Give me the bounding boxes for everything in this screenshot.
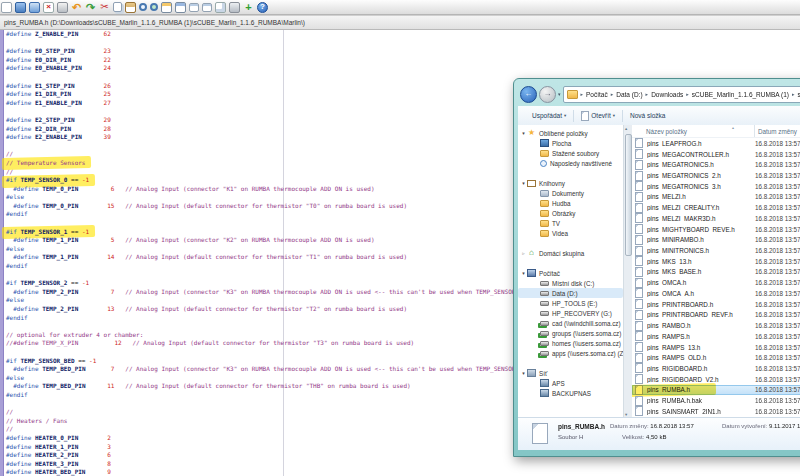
sidebar-item-plocha[interactable]: Plocha [518,138,623,148]
sidebar-item-groups-users-soma-cz-[interactable]: groups (\\users.soma.cz) [518,328,623,338]
save-file-icon[interactable] [29,2,40,13]
find-icon[interactable] [139,3,147,11]
paste-icon[interactable] [125,2,136,13]
file-row[interactable]: pins_MEGATRONICS_2.h16.8.2018 13:57 [632,170,800,181]
cascade-windows-icon[interactable] [189,3,199,12]
sidebar-item-hp-tools-e-[interactable]: HP_TOOLS (E:) [518,298,623,308]
sidebar-item-cad-windchill-soma-cz-[interactable]: cad (\\windchill.soma.cz) [518,318,623,328]
explorer-window[interactable]: ← → ▾ ▸Počítač▸Data (D:)▸Downloads▸sCUBE… [513,78,800,457]
new-folder-button[interactable]: Nová složka [623,106,672,125]
sidebar-item-naposledy-nav-t-ven-[interactable]: Naposledy navštívené [518,158,623,168]
file-row[interactable]: pins_LEAPFROG.h16.8.2018 13:57 [632,138,800,149]
file-row[interactable]: pins_MEGATRONICS.h16.8.2018 13:57 [632,159,800,170]
add-plugin-icon[interactable]: + [243,2,254,13]
expander-icon[interactable]: ▾ [520,130,527,136]
nav-scrollbar[interactable]: ▴ ▾ [623,125,632,418]
file-row[interactable]: pins_MEGACONTROLLER.h16.8.2018 13:57 [632,149,800,160]
file-row[interactable]: pins_MINIRAMBO.h16.8.2018 13:57 [632,234,800,245]
expander-icon[interactable]: ▹ [520,250,527,256]
scroll-up-icon[interactable]: ▴ [625,126,627,131]
file-row[interactable]: pins_MKS_13.h16.8.2018 13:57 [632,256,800,267]
file-row[interactable]: pins_RAMBO.h16.8.2018 13:57 [632,320,800,331]
new-window-icon[interactable] [161,2,172,13]
file-row[interactable]: pins_MELZI_MAKR3D.h16.8.2018 13:57 [632,213,800,224]
file-row[interactable]: pins_RUMBA.h.bak16.8.2018 13:57 [632,395,800,406]
address-field[interactable]: ▸Počítač▸Data (D:)▸Downloads▸sCUBE_Marli… [563,86,800,103]
column-header-date[interactable]: Datum změny [754,125,800,137]
help-icon[interactable]: ? [257,2,268,13]
sidebar-item-po-ta-[interactable]: ▾Počítač [518,268,623,278]
sidebar-item-sta-en-soubory[interactable]: Stažené soubory [518,148,623,158]
editor-tab[interactable]: pins_RUMBA.h (D:\Downloads\sCUBE_Marlin_… [4,19,305,26]
open-file-icon[interactable] [15,2,26,13]
breadcrumb-item[interactable]: Počítač [584,91,610,98]
sidebar-item-label: Naposledy navštívené [550,160,612,167]
sidebar-item-tv[interactable]: TV [518,218,623,228]
sidebar-item-obl-ben-polo-ky[interactable]: ▾Oblíbené položky [518,128,623,138]
file-row[interactable]: pins_RAMPS_13.h16.8.2018 13:57 [632,342,800,353]
file-row[interactable]: pins_MELZI.h16.8.2018 13:57 [632,192,800,203]
forward-button[interactable]: → [539,86,556,103]
sidebar-item-dom-c-skupina[interactable]: ▹Domácí skupina [518,248,623,258]
sidebar-item-hp-recovery-g-[interactable]: HP_RECOVERY (G:) [518,308,623,318]
file-name: pins_RIGIDBOARD_V2.h [647,376,755,383]
close-file-icon[interactable]: × [43,2,54,13]
sidebar-item-videa[interactable]: Videa [518,228,623,238]
navigation-pane[interactable]: ▾Oblíbené položkyPlochaStažené souboryNa… [518,125,623,418]
print-icon[interactable] [57,2,68,13]
sidebar-item-obr-zky[interactable]: Obrázky [518,208,623,218]
breadcrumb-item[interactable]: sCUBE_M [796,91,800,98]
back-button[interactable]: ← [520,86,537,103]
sidebar-item-backupnas[interactable]: BACKUPNAS [518,388,623,398]
file-row[interactable]: pins_RUMBA.h16.8.2018 13:57 [632,385,800,396]
sidebar-item-dokumenty[interactable]: Dokumenty [518,188,623,198]
history-dropdown-icon[interactable]: ▾ [558,91,561,97]
file-row[interactable]: pins_MIGHTYBOARD_REVE.h16.8.2018 13:57 [632,224,800,235]
column-header-row: ▴ Název položky Datum změny [632,125,800,138]
file-row[interactable]: pins_OMCA_A.h16.8.2018 13:57 [632,288,800,299]
sidebar-item-hudba[interactable]: Hudba [518,198,623,208]
sidebar-item-homes-users-soma-cz-[interactable]: homes (\\users.soma.cz) [518,338,623,348]
close-window-icon[interactable] [175,2,186,13]
sidebar-item-apps-users-soma-cz-z[interactable]: apps (\\users.soma.cz) (Z [518,348,623,358]
sidebar-item-knihovny[interactable]: ▾Knihovny [518,178,623,188]
expander-icon[interactable]: ▾ [520,180,527,186]
file-row[interactable]: pins_MINITRONICS.h16.8.2018 13:57 [632,245,800,256]
find-in-files-icon[interactable] [150,3,158,11]
sidebar-item-data-d-[interactable]: Data (D:) [518,288,623,298]
file-row[interactable]: pins_RIGIDBOARD.h16.8.2018 13:57 [632,363,800,374]
scroll-thumb[interactable] [625,134,632,256]
breadcrumb-item[interactable]: Data (D:) [614,91,644,98]
cut-icon[interactable]: ✂ [99,2,110,13]
file-row[interactable]: pins_MKS_BASE.h16.8.2018 13:57 [632,267,800,278]
file-row[interactable]: pins_MELZI_CREALITY.h16.8.2018 13:57 [632,202,800,213]
redo-icon[interactable]: ↷ [85,2,96,13]
file-row[interactable]: pins_MEGATRONICS_3.h16.8.2018 13:57 [632,181,800,192]
breadcrumb-item[interactable]: Downloads [649,91,685,98]
open-button[interactable]: Otevřít ▾ [574,106,622,125]
tile-windows-icon[interactable] [202,3,212,12]
organize-button[interactable]: Uspořádat ▾ [525,106,573,125]
file-row[interactable]: pins_SAINSMART_2IN1.h16.8.2018 13:57 [632,406,800,417]
file-row[interactable]: pins_RAMPS.h16.8.2018 13:57 [632,331,800,342]
copy-icon[interactable] [113,2,122,12]
new-file-icon[interactable] [1,2,12,13]
breadcrumb-item[interactable]: sCUBE_Marlin_1.1.6_RUMBA (1) [690,91,791,98]
sidebar-item-label: BACKUPNAS [552,390,591,397]
sidebar-item-aps[interactable]: APS [518,378,623,388]
sidebar-item-s-[interactable]: ▾Síť [518,368,623,378]
address-bar: ← → ▾ ▸Počítač▸Data (D:)▸Downloads▸sCUBE… [520,84,800,104]
file-row[interactable]: pins_RAMPS_OLD.h16.8.2018 13:57 [632,352,800,363]
file-row[interactable]: pins_OMCA.h16.8.2018 13:57 [632,277,800,288]
undo-icon[interactable]: ↶ [71,2,82,13]
file-row[interactable]: pins_RIGIDBOARD_V2.h16.8.2018 13:57 [632,374,800,385]
tools-icon[interactable] [229,2,240,13]
file-row[interactable]: pins_PRINTRBOARD_REVF.h16.8.2018 13:57 [632,310,800,321]
file-row[interactable]: pins_PRINTRBOARD.h16.8.2018 13:57 [632,299,800,310]
tv-icon [540,220,549,227]
sidebar-item-m-stn-disk-c-[interactable]: Místní disk (C:) [518,278,623,288]
column-header-name[interactable]: Název položky [632,128,754,135]
expander-icon[interactable]: ▾ [520,370,527,376]
code-explorer-icon[interactable] [215,2,226,13]
expander-icon[interactable]: ▾ [520,270,527,276]
